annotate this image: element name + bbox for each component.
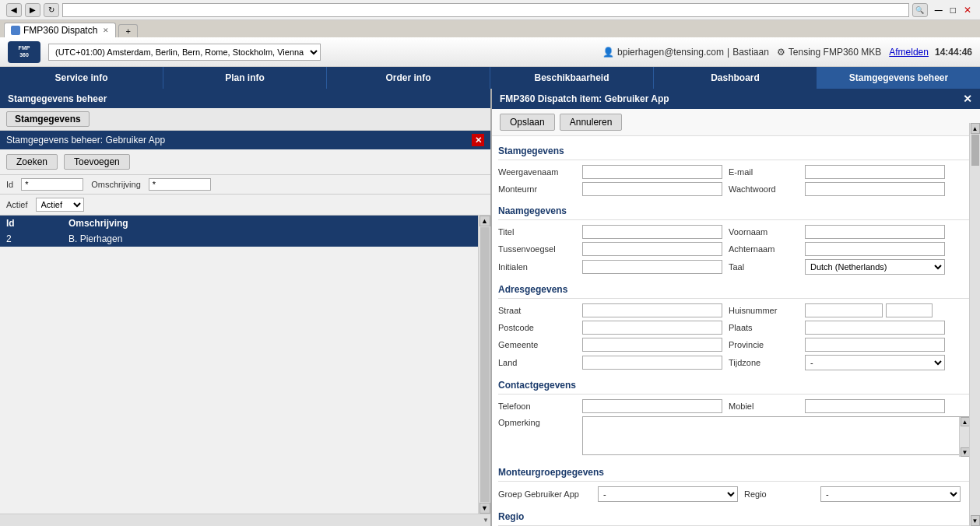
plaats-input[interactable] [805,321,945,335]
tab-service-info[interactable]: Service info [0,67,163,89]
user-name: Bastiaan [732,47,769,58]
modal-title: FMP360 Dispatch item: Gebruiker App [500,93,669,104]
opmerking-label: Opmerking [498,416,576,427]
logout-link[interactable]: Afmelden [889,47,929,58]
tab-beschikbaarheid[interactable]: Beschikbaarheid [490,67,654,89]
initialen-input[interactable] [582,260,722,274]
taal-select[interactable]: Dutch (Netherlands) English (US) German [805,259,945,275]
modal-scroll-thumb[interactable] [971,135,979,166]
huisnummer-extra-input[interactable] [886,303,933,317]
main-content: Stamgegevens beheer Stamgegevens Stamgeg… [0,89,980,526]
modal-scroll-up-btn[interactable]: ▲ [971,123,980,134]
tab-order-info[interactable]: Order info [327,67,490,89]
modal-scroll-down-btn[interactable]: ▼ [971,515,980,526]
huisnummer-input[interactable] [805,303,883,317]
window-maximize[interactable]: □ [948,5,958,16]
back-button[interactable]: ◀ [6,3,22,17]
modal-scrollbar[interactable]: ▲ ▼ [969,123,980,526]
filter-id-label: Id [6,180,13,189]
wachtwoord-input[interactable] [805,182,945,196]
tijdzone-select[interactable]: - (UTC+01:00) Amsterdam [805,355,945,370]
timezone-selector[interactable]: (UTC+01:00) Amsterdam, Berlin, Bern, Rom… [48,44,321,61]
browser-tabbar: FMP360 Dispatch ✕ + [0,20,980,37]
save-button[interactable]: Opslaan [500,114,555,131]
cancel-button[interactable]: Annuleren [560,114,623,131]
address-bar[interactable]: https://dispatch-fmp360mkb.tensing.com/m… [62,3,909,17]
modal-panel: FMP360 Dispatch item: Gebruiker App ✕ Op… [492,89,980,526]
panel-close-icon[interactable]: ✕ [472,134,484,146]
browser-titlebar: ◀ ▶ ↻ https://dispatch-fmp360mkb.tensing… [0,0,980,20]
weergavenaam-label: Weergavenaam [498,167,576,177]
bottom-scroll-area[interactable]: ▼ [0,514,490,526]
filter-actief-select[interactable]: Actief Inactief Alle [36,198,84,212]
filter-id-input[interactable] [21,178,83,191]
achternaam-input[interactable] [805,242,945,256]
search-btn[interactable]: Zoeken [6,154,58,170]
user-info: 👤 bpierhagen@tensing.com | Bastiaan ⚙ Te… [602,47,972,58]
filter-omschrijving-label: Omschrijving [91,180,141,189]
opmerking-scroll-down[interactable]: ▼ [961,447,970,457]
table-scrollbar[interactable]: ▲ ▼ [478,216,490,514]
gemeente-input[interactable] [582,338,722,352]
filter-omschrijving-input[interactable] [149,178,211,191]
regio-label: Regio [744,489,814,499]
weergavenaam-input[interactable] [582,165,722,179]
row-desc: B. Pierhagen [68,233,484,244]
row-id: 2 [6,233,68,244]
window-close[interactable]: ✕ [961,5,974,16]
contactgegevens-form: Telefoon Mobiel [498,399,971,413]
tussenv-input[interactable] [582,242,722,256]
new-tab-btn[interactable]: + [118,24,137,37]
left-panel-header: Stamgegevens beheer [0,89,490,108]
mobiel-input[interactable] [805,399,945,413]
email-label: E-mail [729,167,799,177]
land-input[interactable] [582,356,722,370]
wachtwoord-label: Wachtwoord [729,184,799,194]
forward-button[interactable]: ▶ [25,3,40,17]
tab-close-icon[interactable]: ✕ [103,26,109,34]
telefoon-input[interactable] [582,399,722,413]
stamgegevens-form: Weergavenaam E-mail Monteurnr Wachtwoord [498,165,971,196]
search-browser-btn[interactable]: 🔍 [912,3,928,17]
modal-toolbar: Opslaan Annuleren [492,109,980,136]
postcode-input[interactable] [582,321,722,335]
provincie-input[interactable] [805,338,945,352]
tab-plan-info[interactable]: Plan info [163,67,327,89]
provincie-label: Provincie [729,340,799,349]
data-table: Id Omschrijving 2 B. Pierhagen ▲ ▼ [0,216,490,514]
straat-input[interactable] [582,303,722,317]
window-minimize[interactable]: ─ [933,4,945,16]
regio-section-header: Regio [498,508,971,526]
add-btn[interactable]: Toevoegen [64,154,130,170]
regio-select[interactable]: - [820,486,961,502]
panel-title: Stamgegevens beheer: Gebruiker App [6,135,165,146]
tijdzone-label: Tijdzone [729,358,799,367]
modal-close-icon[interactable]: ✕ [963,93,972,105]
table-row[interactable]: 2 B. Pierhagen [0,231,490,247]
opmerking-scroll-up[interactable]: ▲ [961,417,970,426]
col-desc-header[interactable]: Omschrijving [68,218,484,229]
scroll-down-btn[interactable]: ▼ [479,503,490,514]
titel-input[interactable] [582,225,722,239]
filter-actief-row: Actief Actief Inactief Alle [0,195,490,216]
refresh-button[interactable]: ↻ [44,3,59,17]
email-input[interactable] [805,165,945,179]
table-header: Id Omschrijving [0,216,490,231]
left-panel: Stamgegevens beheer Stamgegevens Stamgeg… [0,89,492,526]
groep-select[interactable]: - [598,486,738,502]
voornaam-input[interactable] [805,225,945,239]
tab-dashboard[interactable]: Dashboard [654,67,817,89]
scroll-up-btn[interactable]: ▲ [479,216,490,226]
browser-tab[interactable]: FMP360 Dispatch ✕ [4,23,116,37]
monteurgroep-section-header: Monteurgroepgegevens [498,464,971,482]
tab-stamgegevens-beheer[interactable]: Stamgegevens beheer [817,67,980,89]
groep-label: Groep Gebruiker App [498,489,592,499]
user-separator: | [727,47,729,58]
scroll-thumb[interactable] [480,227,490,502]
monteurnr-input[interactable] [582,182,722,196]
opmerking-textarea[interactable] [582,416,971,455]
col-id-header[interactable]: Id [6,218,68,229]
telefoon-label: Telefoon [498,402,576,411]
breadcrumb-stamgegevens-btn[interactable]: Stamgegevens [6,111,90,127]
user-email: bpierhagen@tensing.com [617,47,724,58]
